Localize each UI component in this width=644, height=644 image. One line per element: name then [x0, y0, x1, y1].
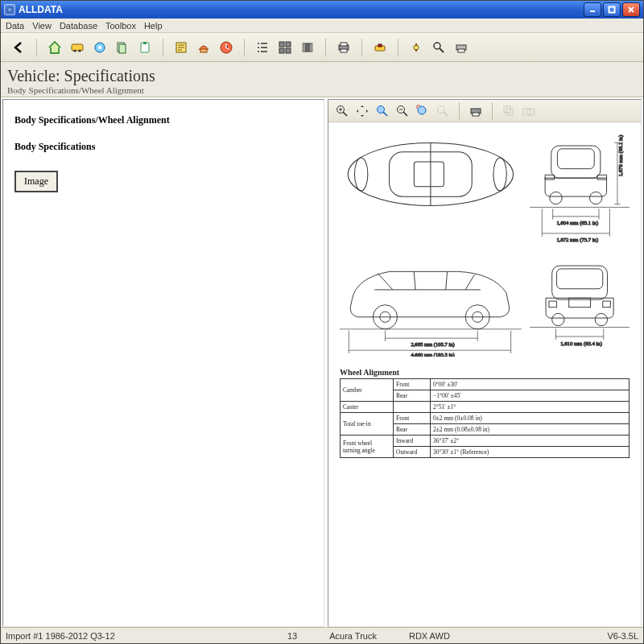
- vehicle-select-icon[interactable]: [68, 38, 87, 57]
- diagram: 1,679 mm (66.1 in) 1,604 mm (63.1 in): [328, 122, 641, 626]
- svg-rect-44: [473, 113, 479, 116]
- svg-point-86: [552, 314, 564, 326]
- print2-icon[interactable]: [452, 38, 471, 57]
- status-make: Acura Truck: [329, 631, 377, 641]
- image-toolbar: [328, 100, 641, 122]
- image-pane: 1,679 mm (66.1 in) 1,604 mm (63.1 in): [328, 99, 642, 627]
- menu-toolbox[interactable]: Toolbox: [105, 21, 136, 31]
- table-cell-sublabel: Rear: [394, 390, 431, 402]
- print-image-icon[interactable]: [467, 102, 485, 120]
- status-model: RDX AWD: [409, 631, 450, 641]
- tools-icon[interactable]: [370, 38, 390, 57]
- svg-text:4,660 mm (183.5 in): 4,660 mm (183.5 in): [411, 352, 454, 357]
- image-button[interactable]: Image: [14, 171, 58, 192]
- car-rear-view: 1,610 mm (63.4 in): [530, 250, 630, 360]
- svg-rect-23: [341, 49, 347, 52]
- pan-icon[interactable]: [353, 102, 371, 120]
- back-button[interactable]: [9, 38, 28, 57]
- maximize-button[interactable]: [603, 2, 621, 17]
- tsb-icon[interactable]: [171, 38, 191, 57]
- print-icon[interactable]: [334, 38, 353, 57]
- svg-line-42: [444, 112, 448, 116]
- window-title: ALLDATA: [19, 4, 63, 15]
- svg-point-53: [354, 158, 367, 191]
- svg-point-40: [418, 106, 426, 114]
- svg-point-48: [527, 109, 531, 114]
- menu-database[interactable]: Database: [60, 21, 97, 31]
- table-cell-sublabel: Front: [394, 413, 431, 424]
- help-icon[interactable]: [407, 38, 426, 57]
- status-code: 13: [287, 631, 297, 641]
- svg-rect-1: [609, 7, 615, 13]
- svg-rect-17: [286, 42, 291, 47]
- svg-rect-90: [549, 301, 557, 308]
- clipboard-icon[interactable]: [135, 38, 155, 57]
- zoom-fit-icon[interactable]: [414, 102, 431, 120]
- car-front-view: 1,679 mm (66.1 in) 1,604 mm (63.1 in): [530, 129, 630, 246]
- dtc-icon[interactable]: [194, 38, 213, 57]
- svg-line-36: [383, 112, 387, 116]
- table-row: CamberFront0°00' ±30': [341, 379, 630, 390]
- table-row: Total toe-inFront0±2 mm (0±0.08 in): [341, 413, 630, 424]
- labor-icon[interactable]: [217, 38, 236, 57]
- zoom-reset-icon[interactable]: [434, 102, 452, 120]
- four-view-icon[interactable]: [275, 38, 295, 57]
- table-cell-label: Caster: [341, 402, 394, 413]
- svg-rect-51: [414, 162, 444, 187]
- film-icon[interactable]: [298, 38, 317, 57]
- wheel-alignment-table: CamberFront0°00' ±30'Rear−1°00' ±45'Cast…: [340, 378, 630, 458]
- table-row: Front wheel turning angleInward36°37' ±2…: [341, 436, 630, 447]
- window-titlebar: ALLDATA: [1, 1, 643, 19]
- svg-text:1,610 mm (63.4 in): 1,610 mm (63.4 in): [560, 341, 602, 347]
- menu-data[interactable]: Data: [6, 21, 24, 31]
- menu-view[interactable]: View: [32, 21, 52, 31]
- svg-rect-46: [506, 109, 513, 115]
- svg-point-8: [98, 45, 101, 48]
- section-subheading: Body Specifications: [14, 141, 312, 153]
- table-cell-value: 0±2 mm (0±0.08 in): [431, 413, 630, 424]
- table-cell-sublabel: Inward: [394, 436, 431, 447]
- status-engine: V6-3.5L: [607, 631, 638, 641]
- svg-text:1,604 mm (63.1 in): 1,604 mm (63.1 in): [556, 220, 598, 226]
- table-cell-value: 36°37' ±2°: [431, 436, 630, 447]
- search-icon[interactable]: [429, 38, 448, 57]
- minimize-button[interactable]: [584, 2, 601, 17]
- svg-line-38: [403, 112, 407, 116]
- table-cell-label: Total toe-in: [341, 413, 394, 436]
- toolbar-main: [1, 33, 643, 62]
- zoom-out-icon[interactable]: [394, 102, 411, 120]
- zoom-region-icon[interactable]: [374, 102, 391, 120]
- table-cell-label: Front wheel turning angle: [341, 436, 394, 458]
- status-database: Import #1 1986-2012 Q3-12: [6, 631, 255, 641]
- docs-icon[interactable]: [113, 38, 132, 57]
- svg-rect-88: [556, 269, 602, 289]
- svg-rect-25: [378, 44, 382, 47]
- copy-image-icon[interactable]: [500, 102, 518, 120]
- table-cell-value: 0°00' ±30': [431, 379, 630, 390]
- svg-rect-91: [603, 301, 611, 308]
- svg-rect-45: [504, 106, 510, 113]
- svg-line-32: [343, 112, 347, 116]
- part-icon[interactable]: [90, 38, 109, 57]
- svg-text:1,872 mm (73.7 in): 1,872 mm (73.7 in): [556, 237, 598, 243]
- zoom-in-icon[interactable]: [333, 102, 351, 120]
- close-button[interactable]: [622, 2, 640, 17]
- svg-point-87: [595, 314, 607, 326]
- home-icon[interactable]: [45, 38, 64, 57]
- svg-rect-58: [557, 149, 594, 169]
- menu-help[interactable]: Help: [144, 21, 163, 31]
- list-view-icon[interactable]: [253, 38, 272, 57]
- svg-rect-19: [286, 48, 291, 53]
- camera-icon[interactable]: [520, 102, 538, 120]
- car-side-view: 2,685 mm (105.7 in) 4,660 mm (183.5 in): [340, 250, 522, 360]
- table-cell-label: Camber: [341, 379, 394, 402]
- svg-rect-18: [279, 48, 284, 53]
- svg-point-6: [78, 49, 80, 52]
- svg-text:1,679 mm (66.1 in): 1,679 mm (66.1 in): [617, 135, 623, 177]
- breadcrumb: Body Specifications/Wheel Alignment: [7, 85, 637, 95]
- table-cell-value: 2°51' ±1°: [431, 402, 630, 413]
- svg-rect-16: [279, 42, 284, 47]
- table-cell-value: 2±2 mm (0.08±0.08 in): [431, 424, 630, 436]
- svg-point-27: [434, 43, 440, 49]
- app-icon: [4, 4, 15, 15]
